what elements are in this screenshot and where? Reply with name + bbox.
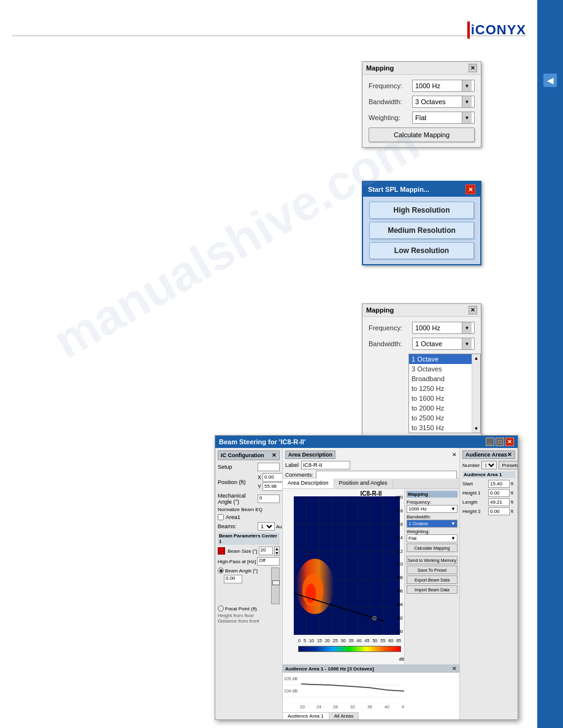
medium-resolution-button[interactable]: Medium Resolution (369, 222, 474, 239)
mapping-dialog-1-titlebar: Mapping ✕ (362, 62, 481, 75)
mini-freq-arrow[interactable]: ▼ (451, 506, 456, 512)
mini-bw-arrow[interactable]: ▼ (451, 521, 456, 526)
degrees-spinner[interactable]: ▲ ▼ (274, 546, 280, 556)
bw2-dropdown-arrow[interactable]: ▼ (462, 338, 472, 349)
bottom-graph-close[interactable]: ✕ (452, 665, 457, 672)
dropdown-item-1250hz[interactable]: to 1250 Hz (409, 384, 472, 393)
spinner-up[interactable]: ▲ (275, 547, 279, 551)
mapping-dialog-1-close[interactable]: ✕ (469, 64, 477, 72)
spl-close-button[interactable]: ✕ (465, 184, 475, 194)
tab-all-areas[interactable]: All Areas (329, 713, 359, 719)
dropdown-item-3150hz[interactable]: to 3150 Hz (409, 423, 472, 433)
mapping-dialog-2-close[interactable]: ✕ (469, 306, 477, 314)
bw2-select[interactable]: 1 Octave ▼ (412, 338, 475, 350)
freq2-dropdown-arrow[interactable]: ▼ (462, 322, 472, 333)
start-unit: ft (511, 482, 513, 486)
comments-input[interactable] (316, 471, 457, 479)
high-resolution-button[interactable]: High Resolution (369, 202, 474, 219)
logo-text: iCONYX (471, 22, 526, 38)
dropdown-item-2500hz[interactable]: to 2500 Hz (409, 413, 472, 423)
focal-point-radio-circle[interactable] (218, 605, 224, 612)
weighting-dropdown-arrow[interactable]: ▼ (462, 112, 472, 123)
presets-button[interactable]: Presets (499, 461, 518, 469)
mini-freq-value: 1000 Hz (408, 506, 427, 512)
dropdown-scrollbar[interactable]: ▲ ▼ (472, 354, 480, 433)
bw2-value: 1 Octave (415, 340, 462, 347)
audience-areas-panel: Audience Areas ✕ Number 1 Presets Audien… (459, 448, 518, 719)
weighting-select[interactable]: Flat ▼ (412, 112, 475, 124)
beams-select[interactable]: 1 (258, 522, 275, 531)
mini-weight-select[interactable]: Flat ▼ (407, 534, 458, 542)
start-input[interactable]: 15.40 (488, 480, 510, 488)
setup-input[interactable] (258, 463, 280, 471)
audience-panel-close[interactable]: ✕ (507, 452, 512, 458)
hpf-input[interactable]: Off (257, 557, 280, 566)
spinner-down[interactable]: ▼ (275, 551, 279, 555)
beam-maximize-button[interactable]: □ (496, 438, 504, 446)
comments-row: Comments: (285, 471, 457, 479)
logo-bar (467, 21, 470, 39)
bandwidth-dropdown-arrow[interactable]: ▼ (462, 96, 472, 107)
mini-calc-btn[interactable]: Calculate Mapping (407, 544, 458, 552)
freq2-select[interactable]: 1000 Hz ▼ (412, 322, 475, 334)
beam-angle-radio[interactable]: Beam Angle [°] (218, 567, 269, 574)
low-resolution-button[interactable]: Low Resolution (369, 242, 474, 259)
label-input[interactable]: IC8-R-II (301, 461, 350, 469)
ic-config-close[interactable]: ✕ (272, 452, 277, 458)
setup-label: Setup (218, 464, 258, 470)
height1-value: 0.00 (490, 490, 500, 496)
scroll-up-arrow[interactable]: ▲ (473, 355, 479, 361)
mech-angle-input[interactable]: 0 (258, 495, 280, 503)
mini-weight-arrow[interactable]: ▼ (451, 536, 456, 541)
mini-freq-row: Frequency: 1000 Hz ▼ (407, 499, 458, 513)
beam-angle-radio-circle[interactable] (218, 567, 224, 574)
x-input[interactable]: 0.00 (262, 473, 283, 482)
freq2-row: Frequency: 1000 Hz ▼ (369, 322, 475, 334)
import-beam-btn[interactable]: Import Beam Data (407, 585, 458, 594)
length-input[interactable]: 49.21 (488, 498, 510, 506)
hpf-row: High-Pass at [Hz] Off (218, 557, 280, 566)
mech-angle-label: Mechanical Angle (°) (218, 493, 258, 505)
beam-minimize-button[interactable]: _ (486, 438, 494, 446)
bandwidth-dropdown-container: 1 Octave 3 Octaves Broadband to 1250 Hz … (369, 354, 475, 433)
focal-point-radio[interactable]: Focal Point (ft) (218, 605, 280, 612)
dropdown-item-1600hz[interactable]: to 1600 Hz (409, 393, 472, 403)
audience-number-select[interactable]: 1 (481, 461, 497, 469)
beam-slider[interactable] (271, 567, 280, 604)
area-desc-close[interactable]: ✕ (452, 452, 457, 458)
tab-area-description[interactable]: Area Description (283, 479, 334, 488)
save-preset-btn[interactable]: Save To Preset (407, 566, 458, 574)
bandwidth-select[interactable]: 3 Octaves ▼ (412, 96, 475, 108)
sidebar-nav-button[interactable]: ◀ (543, 74, 557, 87)
distance-label: Distance from front (218, 618, 280, 624)
mini-mapping-title: Mapping (407, 491, 458, 498)
beam-angle-input[interactable]: 0.00 (224, 575, 242, 583)
beam-size-input[interactable]: 20 (259, 547, 274, 555)
area1-checkbox[interactable] (218, 514, 224, 520)
height2-input[interactable]: 0.00 (488, 507, 510, 515)
audience-number-label: Number (462, 463, 480, 468)
height1-row: Height 1 0.00 ft (462, 489, 515, 497)
scroll-down-arrow[interactable]: ▼ (473, 426, 479, 431)
dropdown-item-3octaves[interactable]: 3 Octaves (409, 364, 472, 374)
save-working-memory-btn[interactable]: Send to Working Memory (407, 556, 458, 564)
spl-titlebar: Start SPL Mappin... ✕ (363, 182, 480, 197)
dropdown-item-1octave[interactable]: 1 Octave (409, 354, 472, 364)
start-row: Start 15.40 ft (462, 480, 515, 488)
frequency-dropdown-arrow[interactable]: ▼ (462, 80, 472, 91)
beam-close-button[interactable]: ✕ (505, 438, 514, 446)
dropdown-item-2000hz[interactable]: to 2000 Hz (409, 403, 472, 413)
frequency-select[interactable]: 1000 Hz ▼ (412, 80, 475, 92)
y-input[interactable]: 55.98 (262, 482, 283, 491)
dropdown-item-broadband[interactable]: Broadband (409, 374, 472, 384)
beam-steering-dialog: Beam Steering for 'IC8-R-II' _ □ ✕ IC Co… (215, 435, 518, 720)
calculate-mapping-button[interactable]: Calculate Mapping (369, 127, 475, 142)
tab-audience-area-1[interactable]: Audience Area 1 (283, 713, 329, 719)
mini-bw-select[interactable]: 1 Octave ▼ (407, 520, 458, 528)
length-row: Length 49.21 ft (462, 498, 515, 506)
height1-input[interactable]: 0.00 (488, 489, 510, 497)
mapping-dialog-1-title: Mapping (366, 64, 394, 72)
export-beam-btn[interactable]: Export Beam Data (407, 575, 458, 584)
tab-position-angles[interactable]: Position and Angles (334, 479, 393, 488)
mini-freq-select[interactable]: 1000 Hz ▼ (407, 505, 458, 513)
